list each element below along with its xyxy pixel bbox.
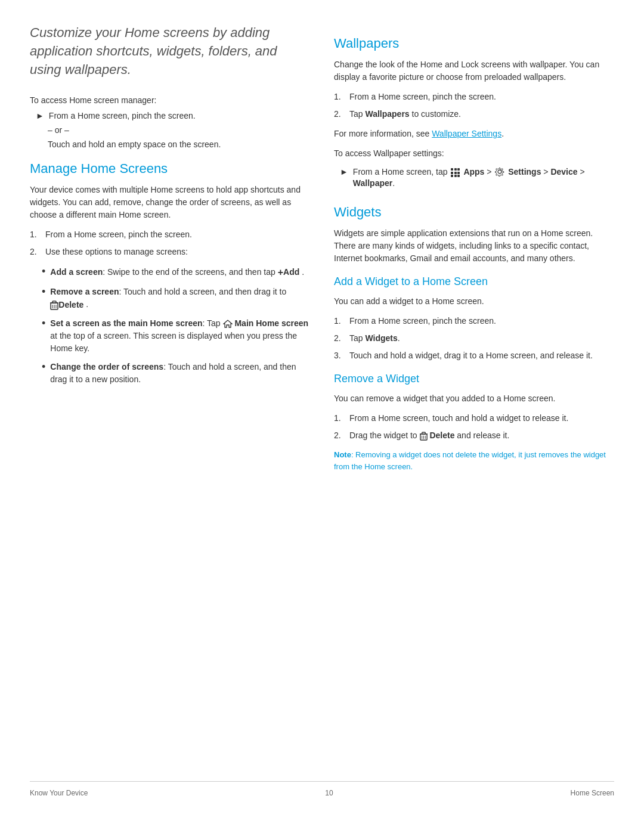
svg-marker-6: [224, 320, 232, 327]
bullet-dot: •: [42, 286, 45, 299]
add-widget-step3: 3. Touch and hold a widget, drag it to a…: [334, 349, 614, 362]
bullet-dot: •: [42, 265, 45, 278]
wallpaper-settings-link[interactable]: Wallpaper Settings: [432, 129, 501, 138]
remove-widget-title: Remove a Widget: [334, 373, 614, 385]
remove-widget-note: Note: Removing a widget does not delete …: [334, 449, 614, 472]
manage-desc: Your device comes with multiple Home scr…: [30, 184, 310, 221]
list-item: • Add a screen: Swipe to the end of the …: [42, 265, 310, 280]
remove-widget-desc: You can remove a widget that you added t…: [334, 392, 614, 405]
intro-heading: Customize your Home screens by adding ap…: [30, 24, 310, 79]
add-widget-desc: You can add a widget to a Home screen.: [334, 295, 614, 308]
add-widget-step1: 1. From a Home screen, pinch the screen.: [334, 315, 614, 327]
option-order-text: Change the order of screens: Touch and h…: [50, 361, 310, 386]
manage-title: Manage Home Screens: [30, 161, 310, 176]
intro-bullet1: ► From a Home screen, pinch the screen.: [36, 111, 310, 120]
add-widget-title: Add a Widget to a Home Screen: [334, 275, 614, 288]
or-text: – or –: [48, 125, 310, 135]
remove-widget-step1: 1. From a Home screen, touch and hold a …: [334, 412, 614, 425]
footer-left: Know Your Device: [30, 789, 88, 797]
wallpapers-bullet-text: From a Home screen, tap Apps >: [353, 167, 614, 188]
note-label: Note: [334, 450, 351, 459]
list-item: • Change the order of screens: Touch and…: [42, 361, 310, 386]
wallpapers-step1: 1. From a Home screen, pinch the screen.: [334, 91, 614, 103]
footer: Know Your Device 10 Home Screen: [30, 781, 614, 797]
intro-access-label: To access Home screen manager:: [30, 95, 310, 105]
arrow-icon: ►: [340, 167, 348, 176]
manage-step2: 2. Use these options to manage screens:: [30, 246, 310, 258]
delete-icon: Delete: [50, 299, 83, 311]
list-item: • Set a screen as the main Home screen: …: [42, 317, 310, 355]
footer-page: 10: [325, 789, 333, 797]
widgets-title: Widgets: [334, 205, 614, 220]
home-icon: [223, 319, 233, 329]
manage-options-list: • Add a screen: Swipe to the end of the …: [30, 265, 310, 386]
wallpapers-more-info: For more information, see Wallpaper Sett…: [334, 128, 614, 140]
option-add-text: Add a screen: Swipe to the end of the sc…: [50, 265, 304, 280]
wallpapers-desc: Change the look of the Home and Lock scr…: [334, 58, 614, 83]
wallpapers-bullet: ► From a Home screen, tap Apps >: [340, 167, 614, 188]
arrow-icon: ►: [36, 111, 44, 120]
intro-bullet1-text: From a Home screen, pinch the screen.: [49, 111, 196, 120]
widgets-desc: Widgets are simple application extension…: [334, 227, 614, 265]
add-icon: +Add: [278, 267, 302, 277]
add-widget-step2: 2. Tap Widgets.: [334, 332, 614, 345]
remove-widget-step2: 2. Drag the widget to Delete and release…: [334, 429, 614, 442]
option-remove-text: Remove a screen: Touch and hold a screen…: [50, 286, 310, 311]
bullet-dot: •: [42, 361, 45, 374]
wallpapers-title: Wallpapers: [334, 36, 614, 51]
settings-gear-icon: [495, 167, 504, 178]
list-item: • Remove a screen: Touch and hold a scre…: [42, 286, 310, 311]
touch-text: Touch and hold an empty space on the scr…: [48, 140, 310, 149]
manage-step1: 1. From a Home screen, pinch the screen.: [30, 228, 310, 241]
svg-point-7: [498, 170, 501, 174]
apps-grid-icon: [451, 168, 460, 177]
bullet-dot: •: [42, 317, 45, 330]
option-main-text: Set a screen as the main Home screen: Ta…: [50, 317, 310, 355]
wallpapers-step2: 2. Tap Wallpapers to customize.: [334, 108, 614, 120]
footer-right: Home Screen: [571, 789, 614, 797]
wallpapers-access-label: To access Wallpaper settings:: [334, 147, 614, 160]
delete-icon-2: [420, 432, 428, 441]
